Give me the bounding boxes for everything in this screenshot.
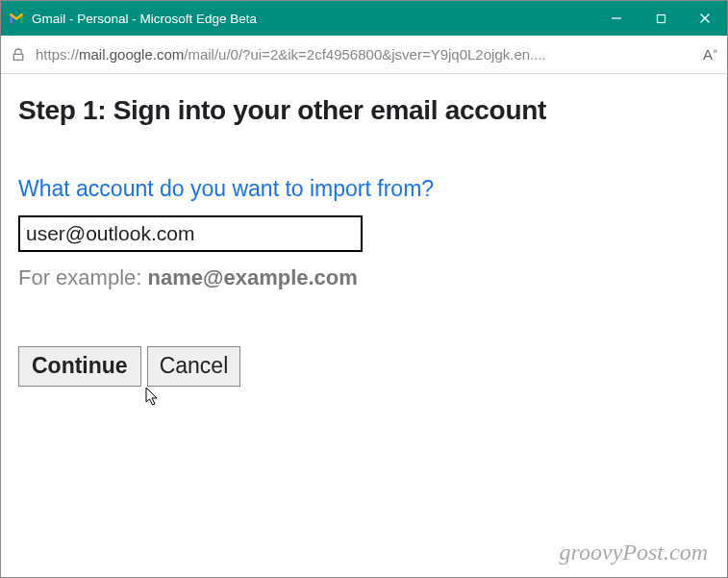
window-controls	[594, 1, 727, 36]
window-title: Gmail - Personal - Microsoft Edge Beta	[32, 12, 257, 26]
example-value: name@example.com	[148, 265, 358, 289]
minimize-button[interactable]	[594, 1, 639, 36]
url-scheme: https://	[36, 46, 79, 63]
title-bar: Gmail - Personal - Microsoft Edge Beta	[1, 1, 727, 36]
svg-rect-1	[657, 14, 665, 22]
watermark-text: groovyPost.com	[560, 540, 708, 565]
address-bar[interactable]: https://mail.google.com/mail/u/0/?ui=2&i…	[1, 36, 727, 74]
gmail-favicon-icon	[9, 11, 24, 26]
email-input[interactable]	[18, 215, 363, 252]
cancel-button[interactable]: Cancel	[147, 346, 241, 387]
page-heading: Step 1: Sign into your other email accou…	[18, 95, 710, 126]
cursor-icon	[145, 387, 161, 408]
read-aloud-icon[interactable]: A»	[703, 46, 717, 63]
url-host: mail.google.com	[79, 46, 184, 63]
continue-button[interactable]: Continue	[18, 346, 141, 387]
url-path: /mail/u/0/?ui=2&ik=2cf4956800&jsver=Y9jq…	[184, 46, 546, 63]
url-text: https://mail.google.com/mail/u/0/?ui=2&i…	[36, 46, 693, 63]
example-prefix: For example:	[18, 265, 148, 289]
example-hint: For example: name@example.com	[18, 265, 710, 290]
close-button[interactable]	[683, 1, 727, 36]
lock-icon	[11, 47, 26, 63]
button-row: Continue Cancel	[18, 346, 710, 387]
maximize-button[interactable]	[639, 1, 683, 36]
prompt-text: What account do you want to import from?	[18, 176, 710, 202]
page-content: Step 1: Sign into your other email accou…	[1, 74, 727, 387]
